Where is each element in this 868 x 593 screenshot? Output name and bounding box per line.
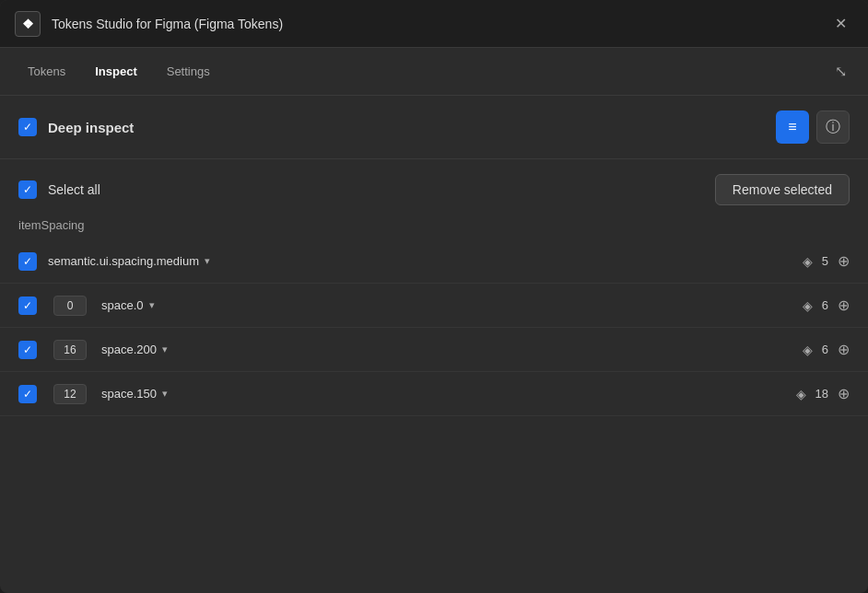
token-count: 6 — [822, 343, 828, 356]
app-title: Tokens Studio for Figma (Figma Tokens) — [52, 17, 827, 31]
checkmark-icon: ✓ — [23, 256, 32, 267]
token-name: semantic.ui.spacing.medium — [48, 254, 199, 268]
target-icon[interactable]: ⊕ — [838, 252, 850, 270]
token-right: ◈ 6 ⊕ — [803, 341, 850, 358]
token-value-box: 16 — [53, 340, 87, 360]
token-name-container: 12 space.150 ▾ — [48, 384, 796, 404]
token-right: ◈ 18 ⊕ — [796, 385, 850, 402]
select-all-checkmark: ✓ — [23, 184, 32, 195]
target-icon[interactable]: ⊕ — [838, 296, 850, 314]
content-area: ✓ Deep inspect ≡ ⓘ ✓ Select all Remove s… — [0, 96, 868, 593]
deep-inspect-label: Deep inspect — [48, 120, 776, 135]
info-button[interactable]: ⓘ — [816, 110, 850, 144]
token-name-container: semantic.ui.spacing.medium ▾ — [48, 254, 803, 268]
checkmark-icon: ✓ — [23, 344, 32, 355]
checkmark-icon: ✓ — [23, 122, 32, 133]
nav-tabs: Tokens Inspect Settings — [15, 59, 827, 84]
select-all-label: Select all — [48, 182, 715, 197]
deep-inspect-checkbox[interactable]: ✓ — [18, 118, 37, 136]
token-list: ✓ semantic.ui.spacing.medium ▾ ◈ 5 ⊕ ✓ — [0, 239, 868, 593]
logo-icon: ❖ — [22, 17, 34, 31]
token-name-container: 16 space.200 ▾ — [48, 340, 803, 360]
layers-icon: ◈ — [803, 343, 813, 357]
deep-inspect-row: ✓ Deep inspect ≡ ⓘ — [0, 96, 868, 159]
token-checkbox-16[interactable]: ✓ — [18, 341, 37, 359]
app-window: ❖ Tokens Studio for Figma (Figma Tokens)… — [0, 0, 868, 593]
expand-button[interactable]: ⤡ — [827, 59, 853, 85]
token-checkbox-0[interactable]: ✓ — [18, 296, 37, 315]
section-label: itemSpacing — [0, 215, 868, 239]
table-row: ✓ 0 space.0 ▾ ◈ 6 ⊕ — [0, 284, 868, 328]
dropdown-arrow-icon[interactable]: ▾ — [162, 388, 168, 400]
dropdown-arrow-icon[interactable]: ▾ — [162, 343, 168, 355]
token-checkbox-parent[interactable]: ✓ — [18, 252, 37, 271]
list-icon: ≡ — [788, 119, 796, 135]
layers-icon: ◈ — [803, 298, 813, 313]
dropdown-arrow-icon[interactable]: ▾ — [149, 299, 155, 311]
token-count: 5 — [822, 254, 828, 268]
table-row: ✓ 16 space.200 ▾ ◈ 6 ⊕ — [0, 328, 868, 372]
tab-tokens[interactable]: Tokens — [15, 59, 78, 84]
remove-selected-button[interactable]: Remove selected — [715, 174, 850, 205]
layers-icon: ◈ — [803, 254, 813, 269]
checkmark-icon: ✓ — [23, 389, 32, 400]
table-row: ✓ semantic.ui.spacing.medium ▾ ◈ 5 ⊕ — [0, 239, 868, 284]
token-name: space.0 — [101, 298, 144, 312]
nav-bar: Tokens Inspect Settings ⤡ — [0, 48, 868, 96]
close-button[interactable]: ✕ — [827, 11, 853, 37]
token-value-box: 0 — [53, 296, 87, 316]
app-logo: ❖ — [15, 11, 41, 37]
info-icon: ⓘ — [826, 118, 840, 137]
token-count: 6 — [822, 298, 828, 312]
title-bar: ❖ Tokens Studio for Figma (Figma Tokens)… — [0, 0, 868, 48]
token-checkbox-12[interactable]: ✓ — [18, 385, 37, 403]
layers-icon: ◈ — [796, 387, 806, 401]
tab-settings[interactable]: Settings — [154, 59, 223, 84]
checkmark-icon: ✓ — [23, 300, 32, 311]
table-row: ✓ 12 space.150 ▾ ◈ 18 ⊕ — [0, 372, 868, 416]
token-name: space.150 — [101, 387, 157, 401]
deep-inspect-actions: ≡ ⓘ — [776, 110, 850, 144]
target-icon[interactable]: ⊕ — [838, 385, 850, 402]
token-value-box: 12 — [53, 384, 87, 404]
tab-inspect[interactable]: Inspect — [82, 59, 150, 84]
token-name: space.200 — [101, 343, 157, 356]
target-icon[interactable]: ⊕ — [838, 341, 850, 358]
dropdown-arrow-icon[interactable]: ▾ — [205, 255, 210, 267]
token-count: 18 — [815, 387, 828, 401]
select-row: ✓ Select all Remove selected — [0, 159, 868, 215]
list-view-button[interactable]: ≡ — [776, 110, 809, 144]
token-right: ◈ 5 ⊕ — [803, 252, 850, 270]
token-name-container: 0 space.0 ▾ — [48, 296, 803, 316]
token-right: ◈ 6 ⊕ — [803, 296, 850, 314]
select-all-checkbox[interactable]: ✓ — [18, 180, 37, 199]
